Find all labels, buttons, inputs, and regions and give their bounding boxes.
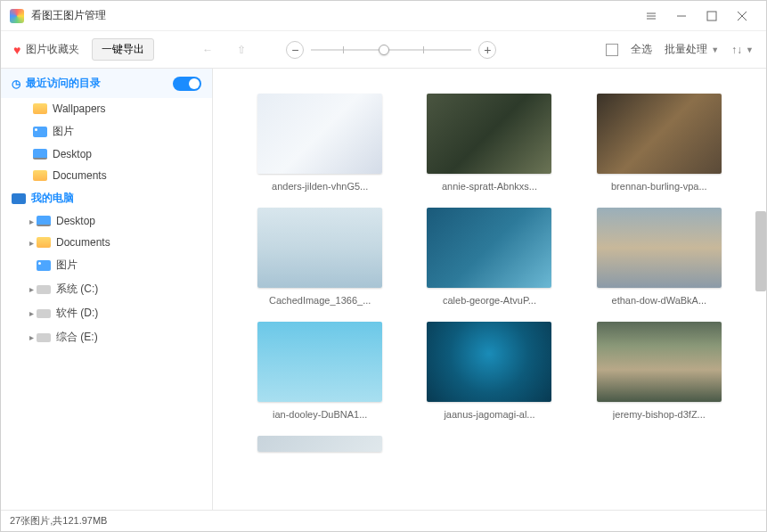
chevron-down-icon: ▼	[711, 45, 719, 54]
folder-icon	[33, 102, 47, 115]
thumbnail-item[interactable]: CachedImage_1366_...	[249, 208, 391, 306]
select-all-label: 全选	[631, 42, 652, 57]
drive-item-label: Documents	[56, 236, 110, 249]
recent-toggle[interactable]	[173, 77, 201, 91]
thumbnail-image	[257, 94, 382, 174]
thumbnail-caption: anders-jilden-vhnG5...	[272, 181, 368, 192]
thumbnail-item[interactable]: caleb-george-AtvuP...	[418, 208, 560, 306]
drive-item-label: 系统 (C:)	[56, 282, 98, 297]
thumbnail-image	[597, 94, 722, 174]
drive-item[interactable]: 图片	[1, 253, 212, 277]
zoom-thumb[interactable]	[379, 45, 389, 55]
my-pc-label: 我的电脑	[31, 191, 74, 206]
image-icon	[37, 259, 51, 272]
thumbnail-item[interactable]: ethan-dow-dWaBkA...	[588, 208, 730, 306]
recent-item-label: Documents	[53, 169, 107, 182]
drive-item[interactable]: ▸综合 (E:)	[1, 325, 212, 349]
folder-icon	[37, 236, 51, 249]
zoom-control: − +	[286, 41, 496, 59]
folder-icon	[33, 169, 47, 182]
drive-item-label: 软件 (D:)	[56, 306, 98, 321]
drive-item[interactable]: ▸Desktop	[1, 210, 212, 232]
recent-item[interactable]: 图片	[1, 119, 212, 143]
expand-icon[interactable]: ▸	[26, 332, 37, 342]
statusbar: 27张图片,共121.97MB	[1, 510, 766, 531]
export-button[interactable]: 一键导出	[92, 38, 154, 61]
thumbnail-item[interactable]: jaanus-jagomagi-al...	[418, 322, 560, 420]
thumbnail-caption: jaanus-jagomagi-al...	[444, 409, 534, 420]
drive-item-label: Desktop	[56, 215, 95, 227]
app-logo-icon	[10, 9, 24, 23]
titlebar: 看图王图片管理	[1, 1, 766, 31]
minimize-button[interactable]	[666, 4, 697, 29]
sidebar: ◷ 最近访问的目录 Wallpapers图片DesktopDocuments 我…	[1, 69, 213, 510]
recent-header-label: 最近访问的目录	[26, 76, 101, 91]
expand-icon[interactable]: ▸	[26, 308, 37, 318]
thumbnail-caption: brennan-burling-vpa...	[611, 181, 707, 192]
expand-icon[interactable]: ▸	[26, 238, 37, 248]
drive-icon	[37, 283, 51, 296]
scrollbar-thumb[interactable]	[755, 211, 766, 291]
drive-item[interactable]: ▸Documents	[1, 232, 212, 253]
batch-label: 批量处理	[665, 42, 707, 57]
recent-item-label: Wallpapers	[53, 102, 106, 115]
toolbar: ♥ 图片收藏夹 一键导出 ← ⇧ − + 全选 批量处理 ▼ ↑↓ ▼	[1, 31, 766, 69]
select-all-checkbox[interactable]	[606, 44, 618, 56]
drive-icon	[37, 307, 51, 320]
thumbnail-item[interactable]: annie-spratt-Abnkxs...	[418, 94, 560, 192]
zoom-in-button[interactable]: +	[478, 41, 496, 59]
close-button[interactable]	[727, 4, 757, 29]
window-title: 看图王图片管理	[31, 8, 636, 23]
thumbnail-item[interactable]: brennan-burling-vpa...	[588, 94, 730, 192]
menu-button[interactable]	[636, 4, 666, 29]
thumbnail-item[interactable]	[249, 436, 391, 452]
recent-item[interactable]: Wallpapers	[1, 98, 212, 119]
thumbnail-item[interactable]: anders-jilden-vhnG5...	[249, 94, 391, 192]
back-button[interactable]: ←	[197, 39, 218, 61]
recent-item[interactable]: Desktop	[1, 143, 212, 165]
thumbnail-item[interactable]: jeremy-bishop-d3fZ...	[588, 322, 730, 420]
app-window: 看图王图片管理 ♥ 图片收藏夹 一键导出 ← ⇧ − + 全选 批量处理	[0, 0, 767, 532]
thumbnail-caption: ian-dooley-DuBNA1...	[273, 409, 367, 420]
svg-rect-0	[707, 12, 716, 20]
thumbnail-grid: anders-jilden-vhnG5...annie-spratt-Abnkx…	[213, 69, 766, 477]
recent-section-header[interactable]: ◷ 最近访问的目录	[1, 69, 212, 98]
batch-process-button[interactable]: 批量处理 ▼	[665, 42, 719, 57]
zoom-out-button[interactable]: −	[286, 41, 304, 59]
drive-item[interactable]: ▸软件 (D:)	[1, 301, 212, 325]
thumbnail-image	[427, 208, 551, 288]
image-icon	[33, 126, 47, 138]
thumbnail-caption: ethan-dow-dWaBkA...	[612, 295, 707, 306]
drive-item-label: 综合 (E:)	[56, 330, 98, 345]
recent-item-label: 图片	[53, 124, 74, 139]
thumbnail-caption: caleb-george-AtvuP...	[443, 295, 536, 306]
sort-button[interactable]: ↑↓ ▼	[731, 44, 754, 56]
my-computer-item[interactable]: 我的电脑	[1, 186, 212, 210]
content-area: anders-jilden-vhnG5...annie-spratt-Abnkx…	[213, 69, 766, 510]
pc-icon	[12, 192, 26, 205]
monitor-icon	[37, 215, 51, 227]
thumbnail-item[interactable]: ian-dooley-DuBNA1...	[249, 322, 391, 420]
drive-item[interactable]: ▸系统 (C:)	[1, 277, 212, 301]
recent-item[interactable]: Documents	[1, 165, 212, 186]
thumbnail-caption: annie-spratt-Abnkxs...	[442, 181, 537, 192]
up-button[interactable]: ⇧	[231, 39, 252, 61]
heart-icon: ♥	[13, 43, 20, 57]
favorites-label: 图片收藏夹	[26, 42, 79, 57]
sort-icon: ↑↓	[731, 44, 742, 56]
drive-icon	[37, 331, 51, 344]
expand-icon[interactable]: ▸	[26, 217, 37, 226]
thumbnail-image	[597, 208, 722, 288]
thumbnail-image	[257, 322, 382, 402]
thumbnail-image	[257, 208, 382, 288]
thumbnail-image	[427, 322, 551, 402]
thumbnail-caption: jeremy-bishop-d3fZ...	[613, 409, 706, 420]
clock-icon: ◷	[12, 78, 20, 90]
recent-item-label: Desktop	[53, 148, 92, 160]
expand-icon[interactable]: ▸	[26, 284, 37, 294]
favorites-button[interactable]: ♥ 图片收藏夹	[13, 42, 79, 57]
zoom-slider[interactable]	[311, 49, 471, 51]
thumbnail-caption: CachedImage_1366_...	[269, 295, 371, 306]
thumbnail-image	[257, 436, 382, 452]
maximize-button[interactable]	[697, 4, 727, 29]
